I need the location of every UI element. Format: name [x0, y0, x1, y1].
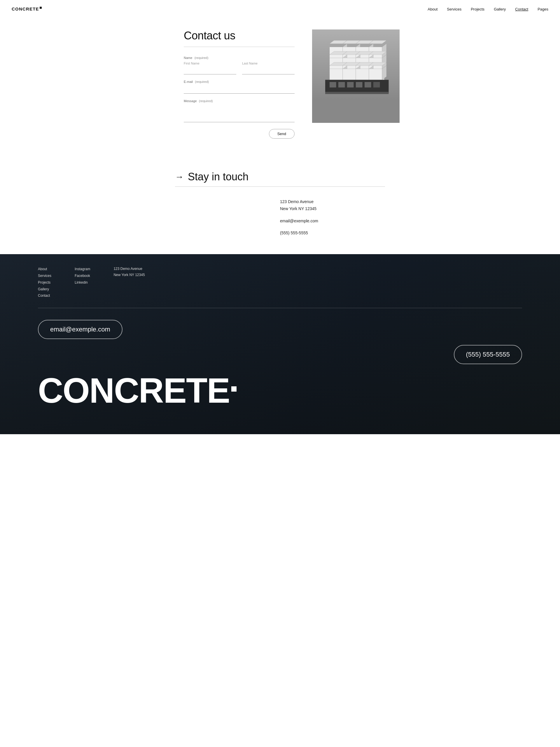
- footer-address-line1: 123 Demo Avenue: [113, 266, 145, 272]
- svg-rect-45: [373, 82, 380, 87]
- svg-rect-40: [329, 82, 336, 87]
- svg-rect-41: [338, 82, 345, 87]
- first-name-input[interactable]: [184, 66, 236, 74]
- last-name-input[interactable]: [242, 66, 295, 74]
- svg-rect-43: [356, 82, 363, 87]
- form-divider: [184, 47, 295, 47]
- stay-title: → Stay in touch: [175, 171, 385, 183]
- footer-link-projects[interactable]: Projects: [38, 279, 51, 286]
- send-btn-row: Send: [184, 129, 295, 138]
- svg-marker-35: [369, 69, 382, 80]
- contact-image: [312, 29, 400, 123]
- footer-link-gallery[interactable]: Gallery: [38, 286, 51, 293]
- footer-btns-row: email@exemple.com (555) 555-5555: [38, 320, 522, 364]
- arrow-icon: →: [175, 172, 184, 182]
- footer-facebook[interactable]: Facebook: [75, 273, 90, 279]
- nav-item-projects[interactable]: Projects: [471, 7, 484, 11]
- message-label: Message (required): [184, 99, 295, 103]
- footer-section: About Services Projects Gallery Contact …: [0, 254, 560, 434]
- contact-form-section: Contact us Name (required) First Name La…: [184, 29, 295, 138]
- svg-rect-44: [365, 82, 371, 87]
- footer-address-col: 123 Demo Avenue New York NY 12345: [113, 266, 145, 299]
- footer-top: About Services Projects Gallery Contact …: [38, 266, 522, 299]
- contact-info: 123 Demo Avenue New York NY 12345 email@…: [280, 199, 385, 237]
- footer-logo-large: CONCRETE: [38, 373, 522, 408]
- first-name-field: First Name: [184, 61, 236, 74]
- stay-divider: [175, 186, 385, 187]
- name-row: First Name Last Name: [184, 61, 295, 74]
- svg-marker-26: [329, 69, 343, 80]
- last-name-field: Last Name: [242, 61, 295, 74]
- address-line2: New York NY 12345: [280, 205, 385, 212]
- main-nav: CONCRETE About Services Projects Gallery…: [0, 0, 560, 18]
- footer-email-button[interactable]: email@exemple.com: [38, 320, 123, 339]
- footer-logo-dot: [231, 386, 237, 392]
- building-illustration: [312, 29, 400, 100]
- contact-title: Contact us: [184, 29, 295, 42]
- footer-phone-button[interactable]: (555) 555-5555: [454, 345, 522, 364]
- footer-link-about[interactable]: About: [38, 266, 51, 273]
- main-content: Contact us Name (required) First Name La…: [149, 18, 411, 156]
- svg-rect-42: [347, 82, 354, 87]
- footer-instagram[interactable]: Instagram: [75, 266, 90, 273]
- nav-item-services[interactable]: Services: [447, 7, 461, 11]
- email-input[interactable]: [184, 85, 295, 94]
- last-name-label: Last Name: [242, 61, 295, 65]
- nav-item-contact[interactable]: Contact: [515, 7, 528, 11]
- svg-marker-32: [356, 69, 369, 80]
- footer-link-services[interactable]: Services: [38, 273, 51, 279]
- stay-section: → Stay in touch 123 Demo Avenue New York…: [140, 156, 420, 254]
- footer-social-col: Instagram Facebook Linkedin: [75, 266, 90, 299]
- name-group: Name (required) First Name Last Name: [184, 56, 295, 74]
- footer-nav-col: About Services Projects Gallery Contact: [38, 266, 51, 299]
- footer-linkedin[interactable]: Linkedin: [75, 279, 90, 286]
- nav-logo[interactable]: CONCRETE: [12, 6, 42, 11]
- svg-marker-29: [343, 69, 356, 80]
- svg-rect-39: [325, 92, 389, 94]
- first-name-label: First Name: [184, 61, 236, 65]
- contact-email: email@exemple.com: [280, 218, 385, 225]
- nav-item-about[interactable]: About: [428, 7, 437, 11]
- message-group: Message (required): [184, 99, 295, 123]
- message-input[interactable]: [184, 105, 295, 122]
- send-button[interactable]: Send: [269, 129, 295, 138]
- nav-links: About Services Projects Gallery Contact …: [428, 7, 548, 11]
- nav-item-pages[interactable]: Pages: [537, 7, 548, 11]
- contact-phone: (555) 555-5555: [280, 230, 385, 237]
- email-label: E-mail (required): [184, 80, 295, 84]
- footer-content: About Services Projects Gallery Contact …: [0, 254, 560, 417]
- name-label: Name (required): [184, 56, 295, 60]
- address-line1: 123 Demo Avenue: [280, 199, 385, 205]
- nav-item-gallery[interactable]: Gallery: [494, 7, 506, 11]
- footer-link-contact[interactable]: Contact: [38, 292, 51, 299]
- footer-address-line2: New York NY 12345: [113, 272, 145, 278]
- email-group: E-mail (required): [184, 80, 295, 94]
